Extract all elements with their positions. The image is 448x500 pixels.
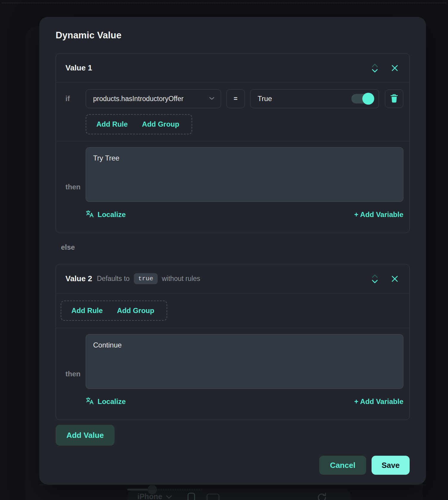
add-value-button[interactable]: Add Value: [56, 425, 115, 446]
phone-landscape-icon[interactable]: [206, 492, 220, 500]
dynamic-value-dialog: Dynamic Value Value 1 if: [39, 17, 426, 485]
value-2-then-section: then Continue Localize: [56, 328, 409, 420]
dialog-title: Dynamic Value: [56, 30, 410, 41]
condition-variable-dropdown[interactable]: products.hasIntroductoryOffer: [86, 89, 221, 108]
chevron-down-icon: [209, 96, 215, 101]
operator-selector[interactable]: =: [226, 89, 245, 108]
reorder-chevrons-icon[interactable]: [371, 273, 379, 284]
value-1-header: Value 1: [56, 54, 409, 83]
add-group-button[interactable]: Add Group: [117, 306, 154, 315]
toggle-knob: [362, 93, 374, 105]
value-1-then-section: then Try Tree Localize: [56, 141, 409, 233]
canvas-dotted-guide: [2, 3, 446, 3]
save-button[interactable]: Save: [372, 456, 410, 475]
zoom-slider-knob[interactable]: [148, 485, 157, 494]
value-2-card: Value 2 Defaults to true without rules: [56, 264, 410, 420]
chevron-down-icon: [166, 492, 172, 500]
add-variable-button[interactable]: + Add Variable: [354, 397, 403, 406]
localize-label: Localize: [98, 397, 126, 406]
add-variable-button[interactable]: + Add Variable: [354, 210, 403, 219]
add-rule-group-box: Add Rule Add Group: [86, 114, 192, 134]
value-2-condition-section: Add Rule Add Group: [56, 293, 409, 328]
close-icon[interactable]: [391, 64, 399, 72]
condition-variable-value: products.hasIntroductoryOffer: [93, 95, 184, 103]
then-label: then: [65, 370, 86, 389]
screen: iPhone Dynamic Value Value 1: [0, 0, 448, 500]
device-preview-toolbar: iPhone: [127, 489, 351, 500]
modal-bottom-edge: [39, 485, 426, 485]
add-rule-button[interactable]: Add Rule: [71, 306, 103, 315]
add-rule-group-box: Add Rule Add Group: [61, 301, 167, 321]
if-label: if: [65, 95, 80, 103]
dialog-actions: Cancel Save: [56, 456, 410, 475]
defaults-suffix: without rules: [162, 275, 200, 283]
translate-icon: [86, 210, 94, 220]
defaults-value-badge: true: [134, 273, 158, 284]
zoom-slider[interactable]: [127, 489, 202, 490]
localize-button[interactable]: Localize: [86, 210, 126, 220]
cancel-button[interactable]: Cancel: [319, 456, 366, 475]
operator-value: =: [234, 95, 238, 103]
condition-value-text: True: [258, 95, 272, 103]
close-icon[interactable]: [391, 275, 399, 283]
value-1-title: Value 1: [65, 63, 92, 73]
trash-icon: [390, 94, 399, 104]
phone-portrait-icon[interactable]: [187, 492, 196, 500]
boolean-toggle[interactable]: [351, 94, 373, 103]
add-group-button[interactable]: Add Group: [142, 120, 179, 128]
result-text-input[interactable]: Try Tree: [86, 147, 403, 202]
then-label: then: [65, 183, 86, 202]
reorder-chevrons-icon[interactable]: [371, 63, 379, 73]
add-rule-button[interactable]: Add Rule: [96, 120, 128, 128]
translate-icon: [86, 397, 94, 407]
value-1-card: Value 1 if products.hasIntroductoryOffe: [56, 53, 410, 233]
defaults-prefix: Defaults to: [97, 275, 130, 283]
condition-value-field[interactable]: True: [250, 89, 379, 108]
delete-rule-button[interactable]: [385, 89, 403, 108]
value-1-condition-section: if products.hasIntroductoryOffer = True: [56, 83, 409, 141]
value-2-title: Value 2: [65, 274, 92, 283]
else-label: else: [61, 243, 410, 251]
value-2-header: Value 2 Defaults to true without rules: [56, 264, 409, 293]
refresh-icon[interactable]: [317, 492, 327, 500]
localize-label: Localize: [98, 210, 126, 219]
result-text-input[interactable]: Continue: [86, 334, 403, 389]
localize-button[interactable]: Localize: [86, 397, 126, 407]
defaults-note: Defaults to true without rules: [97, 273, 200, 284]
